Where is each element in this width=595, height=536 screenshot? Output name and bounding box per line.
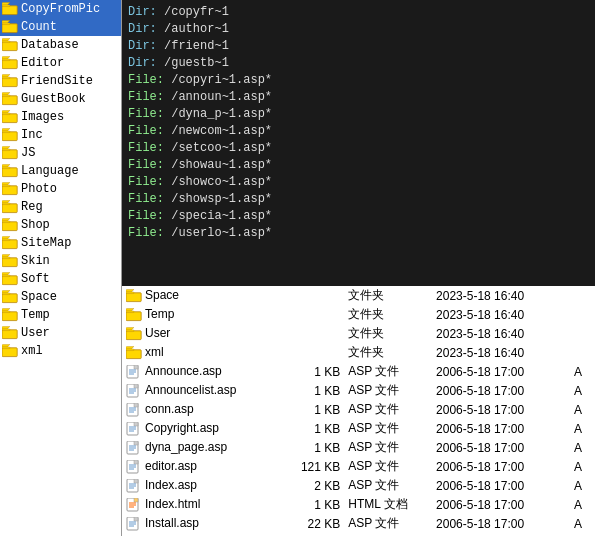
file-size: 1 KB [285,362,344,381]
file-date: 2006-5-18 17:00 [432,495,570,514]
terminal-label: File: [128,192,164,206]
table-row[interactable]: Index.html 1 KB HTML 文档 2006-5-18 17:00 … [122,495,595,514]
sidebar-item-copyfrompic[interactable]: CopyFromPic [0,0,121,18]
folder-icon [2,272,18,286]
terminal-label: File: [128,226,164,240]
sidebar-item-reg[interactable]: Reg [0,198,121,216]
sidebar-item-js[interactable]: JS [0,144,121,162]
file-name: editor.asp [122,457,285,476]
terminal-path: /showau~1.asp* [171,158,272,172]
terminal-path: /showsp~1.asp* [171,192,272,206]
sidebar-item-friendsite[interactable]: FriendSite [0,72,121,90]
svg-rect-18 [2,168,17,177]
sidebar-item-space[interactable]: Space [0,288,121,306]
sidebar-item-editor[interactable]: Editor [0,54,121,72]
table-row[interactable]: conn.asp 1 KB ASP 文件 2006-5-18 17:00 A [122,400,595,419]
file-date: 2006-5-18 17:00 [432,457,570,476]
file-type: ASP 文件 [344,381,432,400]
sidebar-item-user[interactable]: User [0,324,121,342]
svg-rect-15 [2,131,10,133]
sidebar-item-inc[interactable]: Inc [0,126,121,144]
table-row[interactable]: Temp 文件夹 2023-5-18 16:40 [122,305,595,324]
sidebar-item-label: Space [21,290,57,304]
terminal-line: File: /showau~1.asp* [128,157,589,174]
terminal-label: File: [128,158,164,172]
sidebar-item-xml[interactable]: xml [0,342,121,360]
file-name: Announce.asp [122,362,285,381]
folder-icon [2,326,18,340]
svg-rect-35 [2,311,10,313]
file-type: ASP 文件 [344,514,432,533]
sidebar-item-temp[interactable]: Temp [0,306,121,324]
sidebar-item-images[interactable]: Images [0,108,121,126]
table-row[interactable]: Announce.asp 1 KB ASP 文件 2006-5-18 17:00… [122,362,595,381]
sidebar-item-count[interactable]: Count [0,18,121,36]
terminal-label: Dir: [128,5,157,19]
sidebar-item-label: Skin [21,254,50,268]
svg-rect-47 [126,349,134,351]
table-row[interactable]: Install.asp 22 KB ASP 文件 2006-5-18 17:00… [122,514,595,533]
file-icon [126,498,142,512]
sidebar-item-shop[interactable]: Shop [0,216,121,234]
svg-rect-1 [2,5,10,7]
sidebar-item-label: FriendSite [21,74,93,88]
folder-icon [2,236,18,250]
terminal-path: /author~1 [164,22,229,36]
folder-icon [2,344,18,358]
folder-icon [2,200,18,214]
folder-icon [2,92,18,106]
table-row[interactable]: Space 文件夹 2023-5-18 16:40 [122,286,595,305]
table-row[interactable]: Index.asp 2 KB ASP 文件 2006-5-18 17:00 A [122,476,595,495]
terminal-line: File: /specia~1.asp* [128,208,589,225]
file-type: 文件夹 [344,305,432,324]
folder-icon [126,308,142,322]
svg-marker-64 [134,422,138,426]
terminal-path: /setcoo~1.asp* [171,141,272,155]
sidebar-item-guestbook[interactable]: GuestBook [0,90,121,108]
file-size: 1 KB [285,381,344,400]
terminal-path: /userlo~1.asp* [171,226,272,240]
terminal-label: File: [128,73,164,87]
file-type: 文件夹 [344,324,432,343]
sidebar-item-label: CopyFromPic [21,2,100,16]
svg-rect-29 [2,257,10,259]
terminal-label: Dir: [128,56,157,70]
sidebar-item-label: GuestBook [21,92,86,106]
terminal-path: /announ~1.asp* [171,90,272,104]
sidebar-item-photo[interactable]: Photo [0,180,121,198]
table-row[interactable]: User 文件夹 2023-5-18 16:40 [122,324,595,343]
file-attr: A [570,438,595,457]
svg-rect-31 [2,275,10,277]
terminal-line: File: /newcom~1.asp* [128,123,589,140]
sidebar-item-label: Images [21,110,64,124]
sidebar-item-language[interactable]: Language [0,162,121,180]
svg-rect-2 [2,24,17,33]
table-row[interactable]: dyna_page.asp 1 KB ASP 文件 2006-5-18 17:0… [122,438,595,457]
table-row[interactable]: editor.asp 121 KB ASP 文件 2006-5-18 17:00… [122,457,595,476]
file-size: 1 KB [285,438,344,457]
terminal-label: Dir: [128,22,157,36]
folder-icon [2,182,18,196]
sidebar-item-database[interactable]: Database [0,36,121,54]
sidebar-item-skin[interactable]: Skin [0,252,121,270]
file-icon [126,460,142,474]
sidebar-item-soft[interactable]: Soft [0,270,121,288]
file-attr [570,324,595,343]
sidebar-item-label: Soft [21,272,50,286]
table-row[interactable]: xml 文件夹 2023-5-18 16:40 [122,343,595,362]
svg-rect-30 [2,276,17,285]
svg-marker-54 [134,384,138,388]
svg-rect-36 [2,330,17,339]
file-date: 2006-5-18 17:00 [432,400,570,419]
file-type: HTML 文档 [344,495,432,514]
file-date: 2006-5-18 17:00 [432,438,570,457]
sidebar-item-sitemap[interactable]: SiteMap [0,234,121,252]
file-icon [126,479,142,493]
terminal-line: File: /showco~1.asp* [128,174,589,191]
file-size [285,286,344,305]
table-row[interactable]: Copyright.asp 1 KB ASP 文件 2006-5-18 17:0… [122,419,595,438]
folder-icon [2,308,18,322]
file-name: Temp [122,305,285,324]
terminal-label: File: [128,209,164,223]
table-row[interactable]: Announcelist.asp 1 KB ASP 文件 2006-5-18 1… [122,381,595,400]
